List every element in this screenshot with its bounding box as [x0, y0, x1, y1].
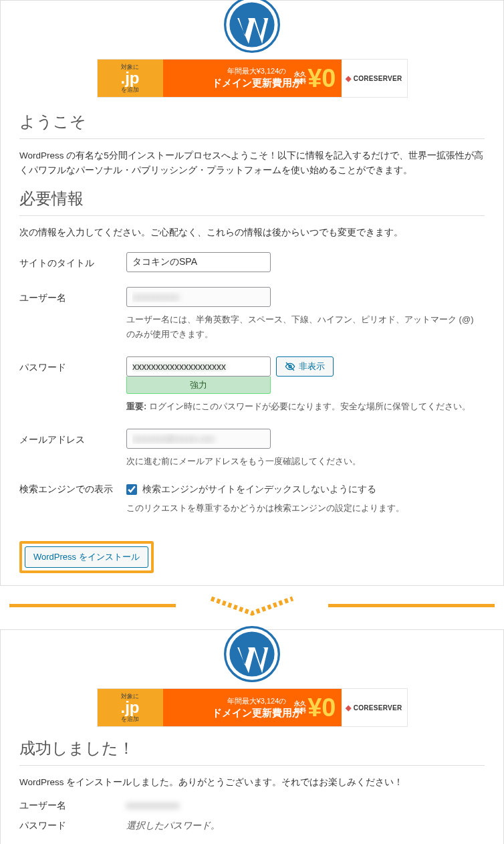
chevron-down-icon — [209, 596, 295, 621]
welcome-title: ようこそ — [19, 111, 485, 132]
success-text: WordPress をインストールしました。ありがとうございます。それではお楽し… — [19, 775, 485, 790]
search-engine-hint: このリクエストを尊重するかどうかは検索エンジンの設定によります。 — [126, 501, 485, 516]
email-hint: 次に進む前にメールアドレスをもう一度確認してください。 — [126, 454, 485, 469]
wordpress-icon — [224, 626, 280, 682]
install-button-highlight: WordPress をインストール — [19, 541, 154, 573]
divider — [19, 215, 485, 216]
welcome-text: WordPress の有名な5分間インストールプロセスへようこそ！以下に情報を記… — [19, 148, 485, 179]
success-username-label: ユーザー名 — [19, 800, 126, 812]
ad-banner[interactable]: 対象に .jp を追加 年間最大¥3,124の ドメイン更新費用が 永久 無料 … — [97, 59, 408, 98]
password-input[interactable] — [126, 356, 271, 377]
email-input[interactable] — [126, 429, 271, 449]
username-label: ユーザー名 — [19, 287, 126, 304]
password-hint: 重要: ログイン時にこのパスワードが必要になります。安全な場所に保管してください… — [126, 399, 485, 414]
email-label: メールアドレス — [19, 429, 126, 446]
banner-jp: .jp — [121, 70, 140, 86]
search-engine-checkbox-label: 検索エンジンがサイトをインデックスしないようにする — [142, 484, 376, 496]
search-engine-label: 検索エンジンでの表示 — [19, 484, 126, 496]
banner-mid: 年間最大¥3,124の ドメイン更新費用が 永久 無料 ¥0 — [163, 689, 342, 726]
ad-banner[interactable]: 対象に .jp を追加 年間最大¥3,124の ドメイン更新費用が 永久 無料 … — [97, 688, 408, 727]
divider — [19, 138, 485, 139]
banner-right: ◆CORESERVER — [342, 60, 407, 97]
username-input[interactable] — [126, 287, 271, 307]
wordpress-logo — [1, 0, 503, 55]
banner-price-tag2: 無料 — [294, 78, 306, 85]
eye-slash-icon — [285, 361, 295, 372]
success-username-value: xxxxxxxxxx — [126, 800, 180, 811]
banner-right: ◆CORESERVER — [342, 689, 407, 726]
username-hint: ユーザー名には、半角英数字、スペース、下線、ハイフン、ピリオド、アットマーク (… — [126, 312, 485, 342]
install-button[interactable]: WordPress をインストール — [25, 546, 148, 568]
success-password-label: パスワード — [19, 820, 126, 832]
success-title: 成功しました！ — [19, 738, 485, 759]
banner-left-bottom: を追加 — [121, 86, 139, 93]
hide-button-label: 非表示 — [299, 360, 325, 373]
arrow-separator — [0, 596, 504, 633]
wordpress-icon — [224, 0, 280, 53]
hide-password-button[interactable]: 非表示 — [276, 356, 334, 377]
banner-left: 対象に .jp を追加 — [98, 689, 163, 726]
wordpress-logo — [1, 626, 503, 684]
password-strength: 強力 — [126, 377, 271, 394]
banner-price-value: ¥0 — [307, 66, 336, 91]
info-title: 必要情報 — [19, 188, 485, 209]
banner-left: 対象に .jp を追加 — [98, 60, 163, 97]
banner-brand: CORESERVER — [354, 75, 402, 82]
divider — [19, 765, 485, 766]
search-engine-checkbox[interactable] — [126, 484, 137, 495]
info-text: 次の情報を入力してください。ご心配なく、これらの情報は後からいつでも変更できます… — [19, 225, 485, 240]
password-label: パスワード — [19, 356, 126, 374]
site-title-input[interactable] — [126, 252, 271, 272]
success-password-value: 選択したパスワード。 — [126, 820, 220, 831]
site-title-label: サイトのタイトル — [19, 252, 126, 270]
banner-mid: 年間最大¥3,124の ドメイン更新費用が 永久 無料 ¥0 — [163, 60, 342, 97]
